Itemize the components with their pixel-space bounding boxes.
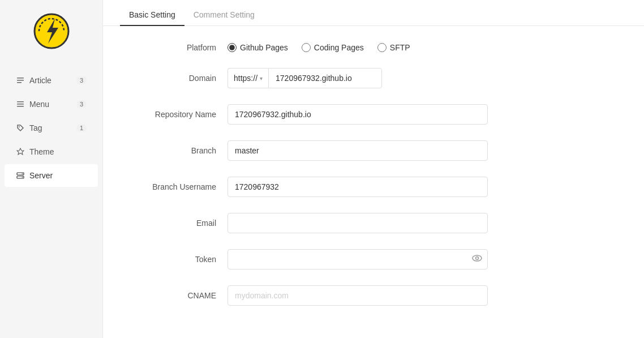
token-wrapper — [227, 249, 488, 269]
svg-rect-7 — [17, 106, 24, 107]
form-area: Platform Github Pages Coding Pages SFTP … — [103, 26, 644, 338]
platform-coding-label: Coding Pages — [314, 43, 364, 52]
platform-label: Platform — [137, 43, 227, 52]
branch-row: Branch — [137, 140, 610, 161]
cname-row: CNAME — [137, 285, 610, 306]
svg-point-12 — [22, 177, 23, 178]
sidebar-item-tag[interactable]: Tag 1 — [5, 117, 98, 139]
repository-control — [227, 104, 488, 125]
repository-input[interactable] — [227, 104, 488, 125]
svg-rect-6 — [17, 104, 24, 105]
svg-point-8 — [19, 126, 20, 127]
nav-list: Article 3 Menu 3 — [0, 68, 102, 188]
branch-label: Branch — [137, 146, 227, 155]
article-icon — [16, 76, 25, 85]
cname-input[interactable] — [227, 285, 488, 306]
domain-row: Domain https:// ▾ — [137, 68, 610, 88]
domain-label: Domain — [137, 74, 227, 83]
chevron-down-icon: ▾ — [260, 75, 263, 82]
token-control — [227, 249, 488, 269]
domain-input[interactable] — [268, 68, 382, 88]
sidebar-item-server[interactable]: Server — [5, 164, 98, 187]
email-row: Email — [137, 213, 610, 233]
svg-rect-3 — [17, 80, 24, 81]
email-input[interactable] — [227, 213, 488, 233]
email-control — [227, 213, 488, 233]
platform-github-label: Github Pages — [240, 43, 288, 52]
sidebar-label-tag: Tag — [29, 123, 42, 132]
svg-rect-4 — [17, 82, 22, 83]
branch-username-input[interactable] — [227, 177, 488, 197]
domain-prefix-select[interactable]: https:// ▾ — [227, 68, 268, 88]
branch-control — [227, 140, 488, 161]
branch-username-label: Branch Username — [137, 182, 227, 191]
sidebar-item-article[interactable]: Article 3 — [5, 69, 98, 92]
svg-rect-2 — [17, 78, 24, 79]
repository-label: Repository Name — [137, 110, 227, 119]
branch-username-control — [227, 177, 488, 197]
token-input[interactable] — [227, 249, 488, 269]
platform-radio-github[interactable] — [227, 43, 237, 52]
platform-option-github[interactable]: Github Pages — [227, 43, 288, 52]
article-badge: 3 — [76, 76, 87, 84]
platform-option-coding[interactable]: Coding Pages — [302, 43, 364, 52]
logo — [32, 11, 71, 51]
token-row: Token — [137, 249, 610, 269]
sidebar-label-server: Server — [29, 171, 53, 180]
main-content: Basic Setting Comment Setting Platform G… — [103, 0, 644, 338]
eye-icon[interactable] — [472, 253, 482, 266]
tab-basic-setting[interactable]: Basic Setting — [120, 5, 184, 26]
svg-point-14 — [476, 257, 479, 260]
email-label: Email — [137, 219, 227, 228]
server-icon — [16, 171, 25, 180]
tag-icon — [16, 123, 25, 132]
sidebar-label-menu: Menu — [29, 100, 49, 109]
menu-badge: 3 — [76, 100, 87, 108]
branch-input[interactable] — [227, 140, 488, 161]
platform-radio-coding[interactable] — [302, 43, 311, 52]
platform-radio-sftp[interactable] — [377, 43, 387, 52]
branch-username-row: Branch Username — [137, 177, 610, 197]
cname-control — [227, 285, 488, 306]
sidebar-label-theme: Theme — [29, 147, 54, 156]
sidebar-item-menu[interactable]: Menu 3 — [5, 93, 98, 115]
sidebar-label-article: Article — [29, 76, 51, 85]
tab-bar: Basic Setting Comment Setting — [103, 0, 644, 26]
platform-option-sftp[interactable]: SFTP — [377, 43, 410, 52]
domain-control: https:// ▾ — [227, 68, 382, 88]
tag-badge: 1 — [76, 124, 87, 132]
platform-radio-group: Github Pages Coding Pages SFTP — [227, 43, 410, 52]
repository-row: Repository Name — [137, 104, 610, 125]
cname-label: CNAME — [137, 291, 227, 300]
platform-row: Platform Github Pages Coding Pages SFTP — [137, 43, 610, 52]
menu-icon — [16, 100, 25, 109]
domain-prefix-text: https:// — [234, 74, 257, 83]
svg-rect-5 — [17, 101, 24, 102]
theme-icon — [16, 147, 25, 156]
sidebar-item-theme[interactable]: Theme — [5, 140, 98, 163]
platform-sftp-label: SFTP — [390, 43, 410, 52]
token-label: Token — [137, 255, 227, 264]
svg-point-13 — [473, 255, 482, 261]
svg-point-11 — [22, 173, 23, 174]
sidebar: Article 3 Menu 3 — [0, 0, 103, 338]
tab-comment-setting[interactable]: Comment Setting — [184, 5, 264, 26]
